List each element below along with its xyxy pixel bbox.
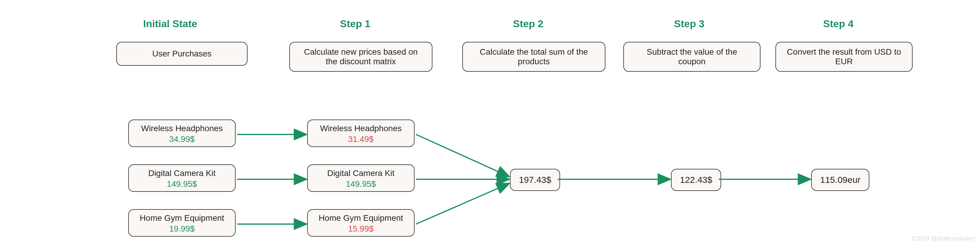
product-name: Wireless Headphones (135, 124, 229, 133)
product-price: 149.95$ (135, 179, 229, 189)
product-initial-0: Wireless Headphones 34.99$ (128, 120, 235, 147)
product-price: 149.95$ (314, 179, 408, 189)
header-step1: Step 1 (340, 18, 371, 30)
product-price: 15.99$ (314, 224, 408, 234)
product-name: Home Gym Equipment (135, 213, 229, 223)
header-step4: Step 4 (823, 18, 854, 30)
svg-line-5 (416, 184, 509, 224)
product-price: 31.49$ (314, 135, 408, 144)
box-step4: Convert the result from USD to EUR (775, 42, 913, 72)
product-initial-1: Digital Camera Kit 149.95$ (128, 164, 235, 192)
product-step1-1: Digital Camera Kit 149.95$ (307, 164, 415, 192)
header-initial: Initial State (143, 18, 197, 30)
product-name: Wireless Headphones (314, 124, 408, 133)
product-name: Digital Camera Kit (314, 168, 408, 178)
product-initial-2: Home Gym Equipment 19.99$ (128, 209, 235, 237)
box-step2: Calculate the total sum of the products (462, 42, 605, 72)
svg-line-3 (416, 135, 509, 176)
product-name: Digital Camera Kit (135, 168, 229, 178)
value-step3: 122.43$ (671, 169, 721, 191)
header-step2: Step 2 (513, 18, 543, 30)
value-step4: 115.09eur (811, 169, 869, 191)
watermark: CSDN @dralexsanderl (912, 235, 975, 242)
box-step1: Calculate new prices based on the discou… (289, 42, 433, 72)
box-initial-state: User Purchases (116, 42, 248, 66)
product-step1-2: Home Gym Equipment 15.99$ (307, 209, 415, 237)
product-price: 34.99$ (135, 135, 229, 144)
header-step3: Step 3 (674, 18, 705, 30)
product-name: Home Gym Equipment (314, 213, 408, 223)
box-step3: Subtract the value of the coupon (623, 42, 760, 72)
product-price: 19.99$ (135, 224, 229, 234)
product-step1-0: Wireless Headphones 31.49$ (307, 120, 415, 147)
value-step2: 197.43$ (510, 169, 560, 191)
